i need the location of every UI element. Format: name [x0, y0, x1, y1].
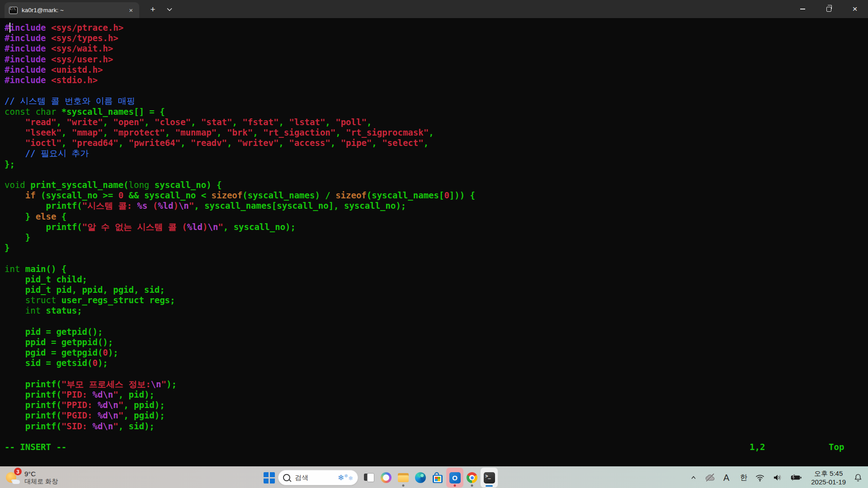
task-view-icon[interactable] [360, 468, 377, 488]
notification-bell-icon[interactable] [854, 473, 863, 482]
code-line [5, 316, 868, 327]
code-line [5, 253, 868, 263]
store-icon[interactable] [429, 468, 446, 488]
code-line [5, 85, 868, 96]
running-indicator-dot [454, 484, 456, 487]
desktop: { "window": { "tab_title": "ka0r1@mark: … [0, 0, 868, 488]
new-tab-button[interactable]: + [147, 4, 159, 15]
clock-date: 2025-01-19 [811, 478, 846, 486]
weather-temperature: 9°C [24, 470, 58, 478]
code-line: // 필요시 추가 [5, 148, 868, 159]
tab-close-icon[interactable]: × [127, 6, 135, 14]
close-button[interactable]: × [842, 0, 868, 18]
window-controls: × [789, 0, 868, 18]
battery-charging-icon[interactable] [790, 474, 802, 482]
code-line: printf("PPID: %d\n", ppid); [5, 400, 868, 410]
code-line: printf("PGID: %d\n", pgid); [5, 410, 868, 421]
explorer-icon[interactable] [395, 468, 412, 488]
code-line: #include <sys/types.h> [5, 33, 868, 43]
code-line: printf("부모 프로세스 정보:\n"); [5, 379, 868, 389]
code-line: ppid = getppid(); [5, 337, 868, 347]
code-line: sid = getsid(0); [5, 358, 868, 368]
vim-statusline: -- INSERT -- 1,2 Top [0, 442, 868, 453]
code-line: printf("PID: %d\n", pid); [5, 389, 868, 400]
chevron-down-icon [167, 8, 172, 11]
running-indicator-dot [471, 484, 473, 487]
taskbar: 3 9°C 대체로 화창 검색 ❄❄❄ O [0, 466, 868, 488]
chrome-icon[interactable] [463, 468, 481, 488]
chevron-up-icon [690, 474, 697, 481]
terminal-tab[interactable]: C:\ ka0r1@mark: ~ × [5, 2, 139, 18]
ime-latin-indicator[interactable]: A [723, 473, 729, 483]
hidden-icons-chevron[interactable] [690, 474, 697, 481]
edge-glyph [415, 472, 426, 483]
store-glyph [433, 475, 443, 483]
minimize-icon [800, 9, 805, 9]
running-indicator-dot [402, 484, 405, 487]
code-line: #include <sys/wait.h> [5, 43, 868, 54]
terminal-icon[interactable] [481, 468, 498, 488]
snowflake-weather-icon: ❄❄❄ [338, 473, 353, 483]
code-line: pid_t pid, ppid, pgid, sid; [5, 285, 868, 295]
vim-scroll-position: Top [829, 442, 844, 452]
ime-korean-indicator[interactable]: 한 [740, 473, 747, 483]
code-line: pgid = getpgid(0); [5, 347, 868, 358]
code-line: #include <stdio.h> [5, 75, 868, 85]
volume-icon[interactable] [773, 474, 783, 482]
onedrive-paused-icon[interactable] [705, 473, 716, 482]
code-line: } else { [5, 211, 868, 222]
terminal-glyph [484, 472, 495, 483]
restore-button[interactable] [816, 0, 842, 18]
tab-dropdown-button[interactable] [164, 4, 175, 15]
search-box[interactable]: 검색 ❄❄❄ [278, 470, 358, 485]
cmd-prompt-icon: C:\ [9, 7, 18, 14]
minimize-button[interactable] [789, 0, 816, 18]
code-line: printf("SID: %d\n", sid); [5, 421, 868, 432]
outlook-icon[interactable]: O [446, 468, 463, 488]
notification-badge: 3 [14, 468, 22, 475]
code-line: "read", "write", "open", "close", "stat"… [5, 117, 868, 127]
code-line: // 시스템 콜 번호와 이름 매핑 [5, 96, 868, 106]
code-line: pid = getpid(); [5, 327, 868, 337]
taskbar-apps: O [360, 468, 498, 488]
copilot-glyph [381, 472, 392, 483]
code-line: "lseek", "mmap", "mprotect", "munmap", "… [5, 127, 868, 138]
wifi-icon[interactable] [755, 474, 765, 482]
code-line: #include <unistd.h> [5, 65, 868, 75]
code-line: #include <sys/user.h> [5, 54, 868, 65]
chrome-glyph [467, 472, 477, 483]
code-line [5, 169, 868, 180]
code-line [5, 369, 868, 379]
code-line: printf("알 수 없는 시스템 콜 (%ld)\n", syscall_n… [5, 222, 868, 232]
text-cursor [9, 23, 10, 33]
code-line: printf("시스템 콜: %s (%ld)\n", syscall_name… [5, 201, 868, 211]
weather-sun-cloud-icon: 3 [5, 470, 20, 485]
window-titlebar[interactable]: C:\ ka0r1@mark: ~ × + × [0, 0, 868, 18]
search-icon [283, 474, 290, 481]
code-line: pid_t child; [5, 274, 868, 285]
active-app-indicator [486, 485, 493, 487]
vim-editor[interactable]: #include <sys/ptrace.h>#include <sys/typ… [0, 18, 868, 466]
code-line: "ioctl", "pread64", "pwrite64", "readv",… [5, 138, 868, 148]
code-line: int main() { [5, 264, 868, 274]
restore-icon [826, 7, 831, 12]
code-line: if (syscall_no >= 0 && syscall_no < size… [5, 190, 868, 201]
explorer-glyph [398, 473, 409, 482]
code-line: int status; [5, 305, 868, 316]
copilot-icon[interactable] [377, 468, 395, 488]
tab-title: ka0r1@mark: ~ [22, 7, 127, 14]
vim-mode-indicator: -- INSERT -- [5, 442, 66, 452]
start-button[interactable] [264, 472, 275, 483]
code-line: const char *syscall_names[] = { [5, 107, 868, 117]
code-line: } [5, 232, 868, 243]
code-line: struct user_regs_struct regs; [5, 295, 868, 305]
weather-widget[interactable]: 3 9°C 대체로 화창 [5, 467, 58, 488]
code-line: #include <sys/ptrace.h> [5, 23, 868, 33]
taskbar-clock[interactable]: 오후 5:45 2025-01-19 [811, 469, 846, 486]
clock-time: 오후 5:45 [811, 469, 846, 478]
code-area: #include <sys/ptrace.h>#include <sys/typ… [0, 18, 868, 432]
code-line: } [5, 243, 868, 253]
edge-icon[interactable] [412, 468, 429, 488]
task-view-glyph [364, 473, 374, 482]
system-tray: A 한 오후 5:45 2025- [682, 467, 868, 488]
